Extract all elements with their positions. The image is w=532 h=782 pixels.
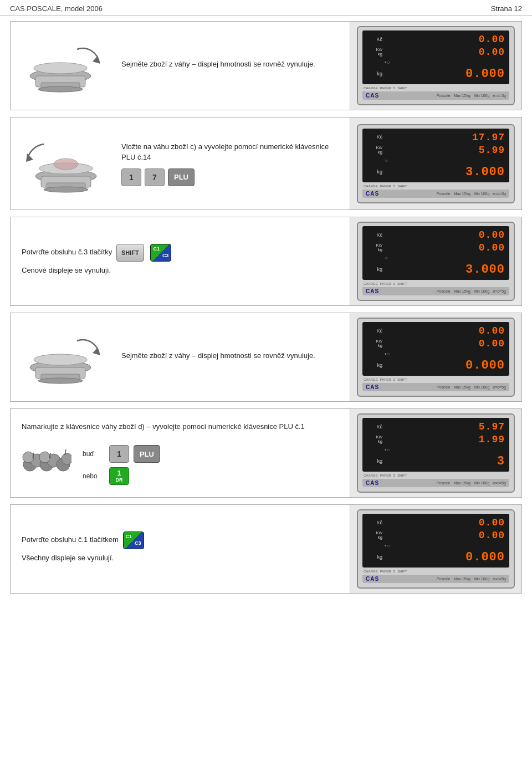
- alt-bud-row: buď 1 PLU: [83, 445, 160, 463]
- section-5: Namarkujte z klávesnice váhy zboží d) – …: [10, 408, 522, 498]
- key-c1c3-3[interactable]: C1 C3: [150, 244, 171, 262]
- kckg-value-2: 5.99: [385, 145, 505, 156]
- svg-point-24: [39, 452, 50, 463]
- kg-value-1: 0.000: [385, 67, 505, 81]
- kg-value-2: 3.000: [385, 165, 505, 179]
- kckg-label-1: Kč/kg: [367, 48, 382, 57]
- scale-buttons-1: CHARGE PAPER Σ SHIFT: [362, 86, 509, 90]
- doc-title: CAS POSCALE, model 2006: [10, 4, 103, 13]
- display-rows-2: Kč 17.97 Kč/kg 5.99 ○ kg 3.000: [362, 129, 509, 182]
- kc-label-2: Kč: [367, 135, 382, 140]
- btn-shift-3: SHIFT: [397, 282, 407, 285]
- scale-info-5: Poscale Max 15kg Min 100g e=d=5g: [437, 481, 506, 485]
- btn-paper-4: PAPER: [380, 378, 391, 381]
- section-4-wrap: Sejměte zboží z váhy – displej hmotnosti…: [22, 324, 339, 391]
- btn-sigma-1: Σ: [393, 86, 396, 90]
- scale-bottom-bar-2: CAS Poscale Max 15kg Min 100g e=d=5g: [362, 190, 509, 198]
- section-5-display: Kč 5.97 Kč/kg 1.99 •○ kg 3: [350, 409, 521, 497]
- scale-info-3: Poscale Max 15kg Min 100g e=d=5g: [437, 289, 506, 293]
- kc-value-3: 0.00: [385, 229, 505, 241]
- dot-indicators-1: •○: [385, 59, 390, 65]
- key-1-bud[interactable]: 1: [109, 445, 129, 463]
- brand-3: CAS: [366, 288, 379, 294]
- alt-nebo-row: nebo 1 DR: [83, 467, 160, 485]
- section-4-text: Sejměte zboží z váhy – displej hmotnosti…: [121, 350, 315, 365]
- key-c1c3-6[interactable]: C1 C3: [123, 531, 144, 549]
- brand-5: CAS: [366, 480, 379, 486]
- svg-point-17: [38, 378, 83, 384]
- scale-unit-5: Kč 5.97 Kč/kg 1.99 •○ kg 3: [357, 413, 515, 493]
- key-alternatives-5: buď 1 PLU nebo 1 DR: [83, 445, 160, 485]
- scale-info-4: Poscale Max 15kg Min 100g e=d=5g: [437, 385, 506, 389]
- brand-4: CAS: [366, 384, 379, 390]
- kc-label-6: Kč: [367, 520, 382, 525]
- dot-row-1: •○: [367, 59, 505, 65]
- svg-point-12: [54, 159, 78, 170]
- display-kckg-row-5: Kč/kg 1.99: [367, 434, 505, 445]
- scale-unit-4: Kč 0.00 Kč/kg 0.00 •○ kg 0.000: [357, 318, 515, 397]
- kg-value-6: 0.000: [385, 550, 505, 564]
- step-text-6b: Všechny displeje se vynulují.: [22, 553, 339, 564]
- scale-illustration-4: [22, 324, 110, 391]
- kckg-label-5: Kč/kg: [367, 435, 382, 444]
- scale-illustration-1: [22, 33, 110, 99]
- key-7[interactable]: 7: [145, 168, 165, 186]
- c1-label-6: C1: [126, 533, 132, 541]
- display-kc-row-4: Kč 0.00: [367, 325, 505, 336]
- kg-label-2: kg: [367, 170, 382, 175]
- svg-point-26: [62, 453, 71, 464]
- scale-buttons-6: CHARGE PAPER Σ SHIFT: [362, 570, 509, 573]
- page-number: Strana 12: [491, 4, 522, 13]
- display-kc-row-1: Kč 0.00: [367, 34, 505, 45]
- key-plu-2[interactable]: PLU: [168, 168, 195, 186]
- kg-value-4: 0.000: [385, 359, 505, 372]
- section-2-display: Kč 17.97 Kč/kg 5.99 ○ kg 3.000: [350, 117, 521, 209]
- section-6-left: Potvrďte obsluhu č.1 tlačítkem C1 C3 Vše…: [11, 505, 350, 593]
- key-row-2: 1 7 PLU: [121, 168, 339, 186]
- kg-label-1: kg: [367, 71, 382, 76]
- btn-paper-6: PAPER: [380, 570, 391, 573]
- btn-shift-5: SHIFT: [397, 474, 407, 477]
- step-text-6a-content: Potvrďte obsluhu č.1 tlačítkem: [22, 535, 119, 544]
- scale-svg-1: [22, 33, 110, 99]
- svg-point-4: [38, 86, 83, 92]
- btn-sigma-4: Σ: [393, 378, 396, 381]
- kc-value-1: 0.00: [385, 34, 505, 45]
- display-kg-row-4: kg 0.000: [367, 359, 505, 372]
- key-1dr[interactable]: 1 DR: [109, 467, 129, 485]
- brand-1: CAS: [366, 93, 379, 99]
- scale-buttons-4: CHARGE PAPER Σ SHIFT: [362, 378, 509, 381]
- dot-indicators-5: •○: [385, 447, 390, 453]
- section-3: Potvrďte obsluhu č.3 tlačítky SHIFT C1 C…: [10, 217, 522, 306]
- scale-illustration-2: [22, 127, 110, 200]
- section-2: Vložte na váhu zboží c) a vyvolejte pomo…: [10, 117, 522, 210]
- scale-info-1: Poscale Max 15kg Min 100g e=d=5g: [437, 94, 506, 98]
- section-1-wrap: Sejměte zboží z váhy – displej hmotnosti…: [22, 33, 339, 99]
- display-rows-3: Kč 0.00 Kč/kg 0.00 ○ kg 3.000: [362, 226, 509, 280]
- section-1-text: Sejměte zboží z váhy – displej hmotnosti…: [121, 59, 315, 73]
- section-6-display: Kč 0.00 Kč/kg 0.00 •○ kg 0.000: [350, 505, 521, 593]
- scale-bottom-bar-4: CAS Poscale Max 15kg Min 100g e=d=5g: [362, 383, 509, 391]
- scale-bottom-bar-3: CAS Poscale Max 15kg Min 100g e=d=5g: [362, 287, 509, 295]
- display-kc-row-6: Kč 0.00: [367, 517, 505, 528]
- scale-info-2: Poscale Max 15kg Min 100g e=d=5g: [437, 192, 506, 196]
- key-1[interactable]: 1: [121, 168, 141, 186]
- key-shift-3[interactable]: SHIFT: [116, 244, 144, 262]
- display-kckg-row-6: Kč/kg 0.00: [367, 530, 505, 541]
- display-kg-row-3: kg 3.000: [367, 263, 505, 277]
- step-text-5: Namarkujte z klávesnice váhy zboží d) – …: [22, 421, 339, 432]
- c1-label-3: C1: [153, 246, 160, 253]
- section-1-display: Kč 0.00 Kč/kg 0.00 •○ kg 0.000: [350, 22, 521, 110]
- key-plu-5[interactable]: PLU: [134, 445, 160, 463]
- svg-point-5: [34, 63, 87, 74]
- kckg-label-3: Kč/kg: [367, 243, 382, 252]
- kg-value-5: 3: [385, 454, 505, 468]
- section-4: Sejměte zboží z váhy – displej hmotnosti…: [10, 313, 522, 402]
- section-6: Potvrďte obsluhu č.1 tlačítkem C1 C3 Vše…: [10, 504, 522, 594]
- display-kg-row-5: kg 3: [367, 454, 505, 468]
- section-4-left: Sejměte zboží z váhy – displej hmotnosti…: [11, 313, 350, 401]
- kc-value-2: 17.97: [385, 132, 505, 143]
- brand-6: CAS: [366, 576, 379, 582]
- step-text-3a-content: Potvrďte obsluhu č.3 tlačítky: [22, 248, 112, 256]
- kckg-value-1: 0.00: [385, 47, 505, 58]
